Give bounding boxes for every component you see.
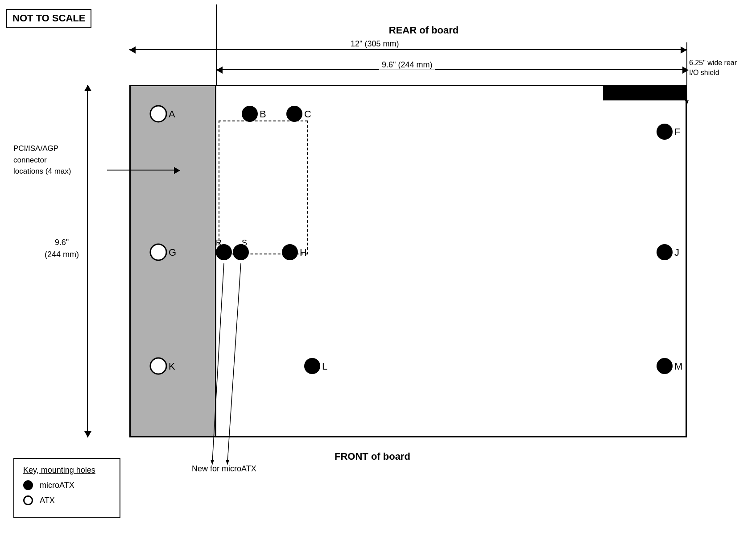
legend-item-atx: ATX	[23, 495, 111, 505]
legend-box: Key, mounting holes microATX ATX	[13, 458, 120, 518]
dim-vert-line	[87, 85, 88, 437]
board-outline	[129, 85, 687, 437]
dim-96-arrow-right	[682, 67, 689, 74]
dim-12-arrow-left	[129, 46, 136, 54]
rear-label: REAR of board	[312, 25, 535, 36]
dim-12-arrow-right	[681, 46, 687, 54]
not-to-scale-label: NOT TO SCALE	[6, 9, 91, 28]
legend-item-microatx: microATX	[23, 480, 111, 490]
legend-microatx-label: microATX	[40, 481, 74, 490]
pci-arrow-line	[107, 170, 176, 171]
rear-io-strip	[603, 85, 687, 100]
dim-12-line	[129, 49, 687, 50]
legend-microatx-hole	[23, 480, 33, 490]
dim-96-horiz-label: 9.6" (244 mm)	[379, 60, 435, 70]
dim-vert-arrow-bottom	[84, 431, 91, 437]
legend-atx-hole	[23, 495, 33, 505]
dim-vert-label: 9.6" (244 mm)	[45, 237, 79, 261]
front-label: FRONT of board	[335, 451, 410, 462]
dim-12-label: 12" (305 mm)	[348, 39, 401, 49]
legend-atx-label: ATX	[40, 496, 55, 505]
new-for-microatx-label: New for microATX	[192, 464, 256, 474]
dim-96-arrow-left	[216, 67, 223, 74]
dashed-rect	[219, 121, 308, 254]
dim-vert-arrow-top	[84, 85, 91, 91]
io-shield-label: 6.25" wide rear I/O shield	[689, 58, 752, 78]
diagram-container: NOT TO SCALE REAR of board 12" (305 mm) …	[0, 0, 756, 545]
pci-label: PCI/ISA/AGP connector locations (4 max)	[13, 143, 103, 177]
pci-arrow-head	[174, 167, 180, 174]
legend-title: Key, mounting holes	[23, 466, 111, 475]
dim-96-horiz-line	[216, 69, 687, 70]
